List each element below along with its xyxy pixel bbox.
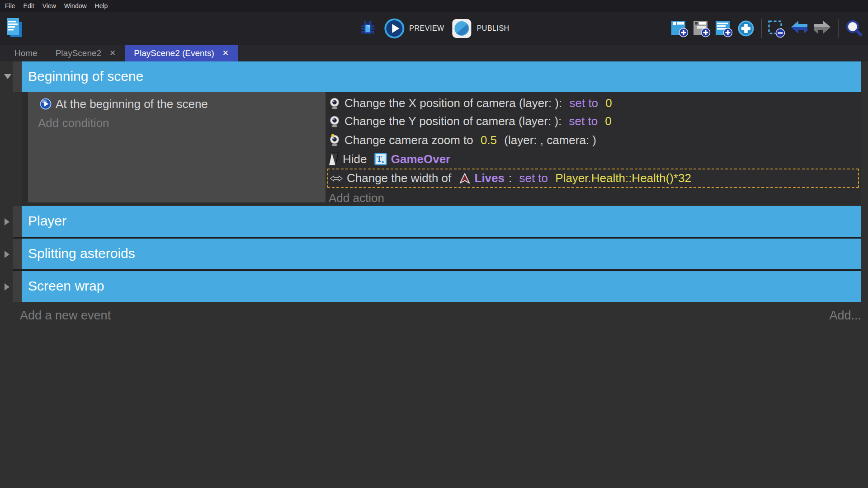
undo-icon bbox=[790, 19, 809, 38]
action-row-change-width-lives-selected[interactable]: Change the width of Lives: set to Player… bbox=[327, 169, 859, 188]
add-comment-button[interactable] bbox=[715, 19, 733, 38]
tab-home[interactable]: Home bbox=[5, 45, 47, 61]
add-subevent-button[interactable] bbox=[693, 19, 711, 38]
publish-label: PUBLISH bbox=[477, 24, 509, 33]
add-more-button[interactable]: Add... bbox=[829, 309, 861, 323]
tab-playscene2-label: PlayScene2 bbox=[56, 48, 101, 58]
event-grip[interactable] bbox=[13, 239, 22, 269]
add-action-button[interactable]: Add action bbox=[329, 189, 384, 207]
text-object-icon: T x bbox=[374, 153, 387, 165]
group-title: Beginning of scene bbox=[22, 61, 861, 92]
tab-bar: Home PlayScene2 ✕ PlayScene2 (Events) ✕ bbox=[0, 45, 868, 61]
add-condition-button[interactable]: Add condition bbox=[38, 114, 109, 132]
gdevelop-logo-icon bbox=[5, 17, 24, 39]
tab-playscene2-events-label: PlayScene2 (Events) bbox=[134, 48, 214, 58]
menu-help[interactable]: Help bbox=[91, 2, 112, 9]
menu-bar: File Edit View Window Help bbox=[0, 0, 868, 12]
event-body: At the beginning of the scene Add condit… bbox=[22, 92, 861, 205]
tab-close-icon[interactable]: ✕ bbox=[222, 49, 229, 57]
search-button[interactable] bbox=[844, 19, 863, 38]
event-grip[interactable] bbox=[13, 61, 22, 92]
event-group-player[interactable]: Player bbox=[13, 206, 861, 237]
remove-selection-button[interactable] bbox=[768, 19, 786, 38]
condition-row[interactable]: At the beginning of the scene bbox=[40, 95, 208, 113]
action-row-hide-gameover[interactable]: Hide T x GameOver bbox=[329, 150, 450, 168]
group-title: Splitting asteroids bbox=[22, 239, 861, 269]
tab-playscene2[interactable]: PlayScene2 ✕ bbox=[47, 45, 125, 61]
toolbar-separator bbox=[761, 19, 762, 38]
add-more-events-button[interactable] bbox=[737, 19, 755, 38]
add-event-icon bbox=[670, 19, 689, 38]
preview-play-icon bbox=[384, 18, 405, 39]
collapsed-groups: Player Splitting asteroids Screen wrap bbox=[13, 206, 861, 302]
redo-icon bbox=[813, 19, 832, 38]
sheet-footer: Add a new event Add... bbox=[20, 305, 861, 325]
collapse-group-arrow-icon[interactable] bbox=[4, 74, 11, 79]
action-row-camera-y[interactable]: Change the Y position of camera (layer: … bbox=[329, 112, 612, 130]
toolbar-center-group: PREVIEW PUBLISH bbox=[359, 12, 509, 45]
preview-label: PREVIEW bbox=[409, 24, 444, 33]
menu-edit[interactable]: Edit bbox=[19, 2, 38, 9]
expand-group-arrow-icon[interactable] bbox=[5, 251, 9, 258]
gdevelop-window: File Edit View Window Help bbox=[0, 0, 868, 488]
camera-icon bbox=[329, 97, 340, 109]
preview-button[interactable]: PREVIEW bbox=[384, 18, 444, 39]
main-toolbar: PREVIEW PUBLISH bbox=[0, 12, 868, 45]
redo-button[interactable] bbox=[813, 19, 832, 38]
toolbar-separator bbox=[838, 19, 839, 38]
tab-playscene2-events[interactable]: PlayScene2 (Events) ✕ bbox=[125, 45, 238, 61]
add-circle-icon bbox=[737, 19, 755, 38]
publish-button[interactable]: PUBLISH bbox=[452, 18, 509, 39]
group-title: Screen wrap bbox=[22, 271, 861, 302]
debug-button[interactable] bbox=[359, 19, 377, 38]
undo-button[interactable] bbox=[790, 19, 809, 38]
events-sheet: Beginning of scene At the beginning of t… bbox=[0, 61, 868, 488]
remove-selection-icon bbox=[768, 19, 786, 38]
action-row-camera-zoom[interactable]: Change camera zoom to 0.5 (layer: , came… bbox=[329, 131, 596, 149]
expand-group-arrow-icon[interactable] bbox=[5, 283, 9, 291]
camera-icon bbox=[329, 115, 340, 127]
tab-home-label: Home bbox=[14, 48, 38, 58]
menu-file[interactable]: File bbox=[1, 2, 19, 9]
project-manager-button[interactable] bbox=[5, 17, 24, 39]
lives-ship-icon bbox=[459, 173, 471, 184]
hide-visibility-icon bbox=[329, 152, 339, 166]
search-icon bbox=[844, 19, 863, 38]
toolbar-right-icons bbox=[670, 12, 863, 45]
svg-text:x: x bbox=[382, 159, 384, 164]
conditions-panel: At the beginning of the scene Add condit… bbox=[28, 92, 326, 202]
menu-window[interactable]: Window bbox=[60, 2, 91, 9]
camera-zoom-icon bbox=[329, 134, 340, 146]
event-grip[interactable] bbox=[13, 206, 22, 237]
publish-globe-icon bbox=[452, 18, 472, 39]
width-arrow-icon bbox=[330, 175, 343, 182]
play-orb-icon bbox=[40, 98, 52, 110]
group-title: Player bbox=[22, 206, 861, 237]
debug-bug-icon bbox=[359, 19, 377, 38]
add-comment-icon bbox=[715, 19, 733, 38]
condition-text: At the beginning of the scene bbox=[56, 97, 208, 111]
event-group-splitting-asteroids[interactable]: Splitting asteroids bbox=[13, 239, 861, 269]
add-subevent-icon bbox=[693, 19, 711, 38]
expand-group-arrow-icon[interactable] bbox=[5, 218, 9, 225]
add-event-button[interactable] bbox=[670, 19, 689, 38]
menu-view[interactable]: View bbox=[38, 2, 60, 9]
add-new-event-button[interactable]: Add a new event bbox=[20, 309, 111, 323]
event-group-beginning-of-scene[interactable]: Beginning of scene bbox=[13, 61, 861, 92]
action-row-camera-x[interactable]: Change the X position of camera (layer: … bbox=[329, 94, 612, 112]
tab-close-icon[interactable]: ✕ bbox=[109, 49, 116, 57]
event-group-screen-wrap[interactable]: Screen wrap bbox=[13, 271, 861, 302]
event-grip[interactable] bbox=[13, 271, 22, 302]
